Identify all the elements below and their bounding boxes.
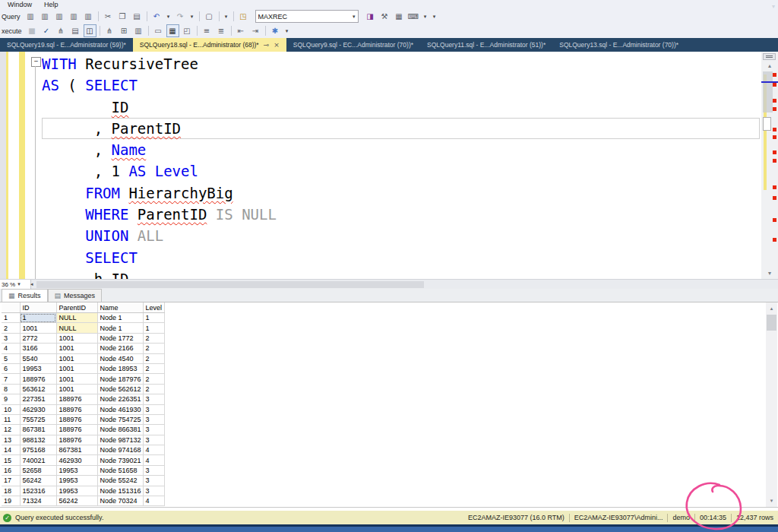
grid-cell[interactable]: 1001: [56, 344, 97, 353]
grid-cell[interactable]: 19953: [56, 476, 97, 486]
grid-cell[interactable]: 3: [143, 465, 164, 475]
sql-code-text[interactable]: WITH RecursiveTreeAS ( SELECT ID , Paren…: [42, 53, 760, 279]
grid-column-header[interactable]: Name: [97, 302, 143, 313]
grid-cell[interactable]: 19953: [20, 363, 56, 373]
grid-cell[interactable]: 3166: [20, 344, 56, 353]
grid-cell[interactable]: 462930: [20, 404, 56, 414]
grid-cell[interactable]: 563612: [20, 384, 56, 394]
grid-cell[interactable]: Node 974168: [97, 445, 143, 455]
grid-cell[interactable]: 462930: [56, 455, 97, 465]
wrench-icon[interactable]: ⚒: [378, 10, 391, 23]
analyze-query-icon[interactable]: ⋔: [55, 24, 68, 37]
grid-cell[interactable]: 3: [143, 394, 164, 404]
results-scrollbar-thumb[interactable]: [767, 315, 776, 331]
grid-cell[interactable]: 3: [143, 486, 164, 496]
grid-cell[interactable]: 2: [143, 333, 164, 343]
code-fold-collapse-icon[interactable]: −: [31, 57, 41, 67]
grid-cell[interactable]: NULL: [56, 313, 97, 323]
horizontal-scrollbar-thumb[interactable]: [36, 281, 424, 288]
toolbar2-overflow-icon[interactable]: ▾: [283, 24, 291, 37]
copy-icon[interactable]: ❐: [116, 10, 129, 23]
code-editor[interactable]: − WITH RecursiveTreeAS ( SELECT ID , Par…: [0, 52, 778, 279]
scroll-down-icon[interactable]: ▾: [761, 268, 778, 277]
row-number-cell[interactable]: 14: [2, 445, 20, 455]
scroll-up-icon[interactable]: ▴: [766, 304, 777, 313]
undo-dropdown-icon[interactable]: ▾: [165, 10, 172, 23]
grid-cell[interactable]: Node 866381: [97, 425, 143, 435]
grid-cell[interactable]: 4: [143, 496, 164, 506]
grid-cell[interactable]: NULL: [56, 323, 97, 333]
grid-cell[interactable]: 755725: [20, 414, 56, 424]
grid-cell[interactable]: 1: [20, 313, 56, 323]
grid-cell[interactable]: 188976: [56, 435, 97, 445]
grid-cell[interactable]: 152316: [20, 486, 56, 496]
increase-indent-icon[interactable]: ⇥: [249, 24, 262, 37]
find-in-files-icon[interactable]: ◳: [237, 10, 250, 23]
grid-cell[interactable]: Node 4540: [97, 353, 143, 363]
row-number-cell[interactable]: 1: [2, 313, 20, 323]
console-dropdown-icon[interactable]: ▾: [422, 10, 429, 23]
grid-cell[interactable]: 4: [143, 445, 164, 455]
editor-scrollbar-thumb[interactable]: [763, 71, 773, 112]
toolbar-overflow-icon[interactable]: ▾: [431, 10, 438, 23]
grid-cell[interactable]: 3: [143, 414, 164, 424]
row-number-cell[interactable]: 4: [2, 344, 20, 353]
analysis-services-xmla-query-icon[interactable]: ▥: [68, 10, 81, 23]
close-icon[interactable]: ×: [274, 41, 280, 49]
chevron-down-icon[interactable]: ▾: [353, 14, 356, 20]
grid-cell[interactable]: 188976: [56, 425, 97, 435]
undo-icon[interactable]: ↶: [150, 10, 163, 23]
results-to-grid-icon[interactable]: ▦: [166, 24, 179, 37]
template-parameters-icon[interactable]: ✱: [269, 24, 282, 37]
editor-zoom-combo[interactable]: 36 % ▾: [0, 280, 31, 289]
console-window-icon[interactable]: ⌨: [407, 10, 420, 23]
grid-cell[interactable]: 188976: [56, 414, 97, 424]
grid-cell[interactable]: 1001: [56, 353, 97, 363]
pin-icon[interactable]: ⊸: [264, 41, 270, 49]
parse-query-icon[interactable]: ✓: [40, 24, 53, 37]
cut-icon[interactable]: ✂: [102, 10, 115, 23]
uncomment-lines-icon[interactable]: ≣: [215, 24, 228, 37]
row-number-cell[interactable]: 3: [2, 333, 20, 343]
grid-cell[interactable]: Node 51658: [97, 465, 143, 475]
grid-cell[interactable]: 2772: [20, 333, 56, 343]
tab-results[interactable]: ▦Results: [2, 289, 48, 302]
row-number-cell[interactable]: 18: [2, 486, 20, 496]
live-query-stats-icon[interactable]: ⊞: [118, 24, 131, 37]
available-databases-combo[interactable]: MAXREC ▾: [255, 10, 359, 23]
grid-cell[interactable]: Node 187976: [97, 374, 143, 384]
selection-box-icon[interactable]: ▢: [203, 10, 216, 23]
scroll-left-icon[interactable]: ◂: [30, 281, 33, 287]
scroll-up-icon[interactable]: ▴: [761, 61, 778, 70]
grid-cell[interactable]: 19953: [56, 465, 97, 475]
execute-button[interactable]: xecute: [2, 27, 22, 35]
grid-cell[interactable]: Node 754725: [97, 414, 143, 424]
grid-cell[interactable]: 227351: [20, 394, 56, 404]
row-number-cell[interactable]: 5: [2, 353, 20, 363]
document-tab[interactable]: SQLQuery18.sql - E...Administrator (68))…: [133, 38, 286, 52]
grid-cell[interactable]: 188976: [20, 374, 56, 384]
analysis-services-dmx-query-icon[interactable]: ▥: [53, 10, 66, 23]
results-to-file-icon[interactable]: ◰: [181, 24, 194, 37]
grid-cell[interactable]: 3: [143, 435, 164, 445]
paste-icon[interactable]: ▤: [131, 10, 144, 23]
grid-cell[interactable]: 5540: [20, 353, 56, 363]
grid-cell[interactable]: Node 987132: [97, 435, 143, 445]
row-number-cell[interactable]: 7: [2, 374, 20, 384]
toolbox-icon[interactable]: ▦: [393, 10, 406, 23]
grid-cell[interactable]: Node 461930: [97, 404, 143, 414]
grid-cell[interactable]: 988132: [20, 435, 56, 445]
grid-cell[interactable]: 188976: [56, 404, 97, 414]
grid-column-header[interactable]: Level: [143, 302, 164, 313]
grid-cell[interactable]: Node 226351: [97, 394, 143, 404]
grid-cell[interactable]: 4: [143, 455, 164, 465]
grid-cell[interactable]: 56242: [56, 496, 97, 506]
grid-column-header[interactable]: [2, 302, 20, 313]
grid-cell[interactable]: 19953: [56, 486, 97, 496]
row-number-cell[interactable]: 8: [2, 384, 20, 394]
grid-cell[interactable]: 1001: [56, 363, 97, 373]
grid-cell[interactable]: 188976: [56, 394, 97, 404]
toolbar-dropdown-icon[interactable]: ▾: [223, 10, 230, 23]
grid-cell[interactable]: 1001: [56, 333, 97, 343]
document-tab[interactable]: SQLQuery9.sql - EC...Administrator (70))…: [286, 38, 420, 52]
